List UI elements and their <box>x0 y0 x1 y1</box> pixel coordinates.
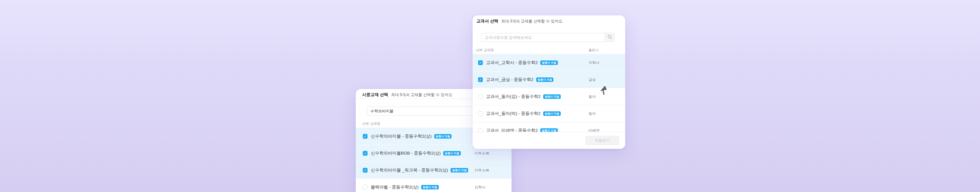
textbook-name: 신수학의바이블 - 중등수학2(상) <box>371 133 432 139</box>
checkbox-unchecked[interactable] <box>478 94 483 99</box>
textbook-name: 블랙라벨 - 중등수학2(상) <box>371 184 418 190</box>
twin-support-badge: 쌍둥이 지원 <box>536 77 554 82</box>
textbook-name: 교과서_동아(박) - 중등수학2 <box>486 111 541 117</box>
modal-title: 교과서 선택 <box>476 18 498 24</box>
table-row[interactable]: 교과서_교학사 - 중등수학2쌍둥이 지원 지학사 <box>473 54 625 71</box>
publisher: 이투스북 <box>474 151 489 156</box>
modal-footer: 적용하기 <box>473 132 625 149</box>
search-input[interactable] <box>482 33 605 42</box>
apply-button[interactable]: 적용하기 <box>585 136 619 145</box>
modal-subtitle: 최대 5개의 교재를 선택할 수 있어요. <box>391 92 453 98</box>
table-row[interactable]: 신수학의바이블 _워크북 - 중등수학2(상)쌍둥이 지원 이투스북 <box>356 162 512 179</box>
twin-support-badge: 쌍둥이 지원 <box>450 168 468 173</box>
modal-subtitle: 최대 3개의 교재를 선택할 수 있어요. <box>501 19 563 24</box>
twin-support-badge: 쌍둥이 지원 <box>421 185 439 190</box>
search-input[interactable] <box>367 107 491 115</box>
twin-support-badge: 쌍둥이 지원 <box>540 61 558 65</box>
publisher: 진학사 <box>474 185 486 190</box>
column-name: 교재명 <box>484 48 494 53</box>
column-select: 선택 <box>362 122 369 126</box>
page-background: { "colors": { "accent_blue": "#21A8F2", … <box>0 0 980 192</box>
column-name: 교재명 <box>370 122 380 126</box>
table-body: 교과서_교학사 - 중등수학2쌍둥이 지원 지학사 교과서_금성 - 중등수학2… <box>473 54 625 132</box>
table-header: 선택 교재명 출판사 <box>473 46 625 54</box>
publisher: 동아 <box>589 111 596 116</box>
checkbox-unchecked[interactable] <box>478 128 483 132</box>
checkbox-checked[interactable] <box>363 151 368 156</box>
modal-header: 시중교재 선택 최대 5개의 교재를 선택할 수 있어요. <box>362 92 453 98</box>
twin-support-badge: 쌍둥이 지원 <box>543 111 561 116</box>
table-row[interactable]: 교과서_금성 - 중등수학2쌍둥이 지원 금성 <box>473 71 625 88</box>
textbook-name: 신수학의바이블BOB - 중등수학2(상) <box>371 150 441 156</box>
textbook-name: 교과서_미래엔 - 중등수학2 <box>486 128 538 132</box>
table-row[interactable]: 교과서_동아(강) - 중등수학2쌍둥이 지원 동아 <box>473 88 625 105</box>
checkbox-checked[interactable] <box>363 168 368 173</box>
column-select: 선택 <box>476 48 482 53</box>
search-icon <box>607 35 612 40</box>
table-row[interactable]: 교과서_동아(박) - 중등수학2쌍둥이 지원 동아 <box>473 105 625 122</box>
checkbox-checked[interactable] <box>363 134 368 139</box>
textbook-name: 교과서_교학사 - 중등수학2 <box>486 60 538 66</box>
search-box <box>481 33 614 42</box>
twin-support-badge: 쌍둥이 지원 <box>540 128 558 132</box>
publisher: 금성 <box>589 77 596 82</box>
modal-title: 시중교재 선택 <box>362 92 388 98</box>
publisher: 이투스북 <box>474 168 489 173</box>
publisher: 동아 <box>589 94 596 99</box>
textbook-name: 교과서_동아(강) - 중등수학2 <box>486 94 541 99</box>
checkbox-checked[interactable] <box>478 77 483 82</box>
search-button[interactable] <box>605 33 614 42</box>
twin-support-badge: 쌍둥이 지원 <box>543 94 561 99</box>
publisher: 지학사 <box>589 61 600 65</box>
publisher: 미래엔 <box>589 128 600 132</box>
table-row[interactable]: 교과서_미래엔 - 중등수학2쌍둥이 지원 미래엔 <box>473 122 625 132</box>
column-publisher: 출판사 <box>589 48 599 53</box>
twin-support-badge: 쌍둥이 지원 <box>434 134 452 139</box>
modal-header: 교과서 선택 최대 3개의 교재를 선택할 수 있어요. <box>476 18 563 24</box>
table-row[interactable]: 블랙라벨 - 중등수학2(상)쌍둥이 지원 진학사 <box>356 179 512 192</box>
textbook-name: 교과서_금성 - 중등수학2 <box>486 77 534 83</box>
textbook-select-modal: 교과서 선택 최대 3개의 교재를 선택할 수 있어요. 선택 교재명 출판사 … <box>473 15 625 149</box>
checkbox-unchecked[interactable] <box>478 111 483 116</box>
twin-support-badge: 쌍둥이 지원 <box>443 151 461 156</box>
checkbox-checked[interactable] <box>478 61 483 65</box>
textbook-name: 신수학의바이블 _워크북 - 중등수학2(상) <box>371 167 448 173</box>
checkbox-unchecked[interactable] <box>363 185 368 190</box>
